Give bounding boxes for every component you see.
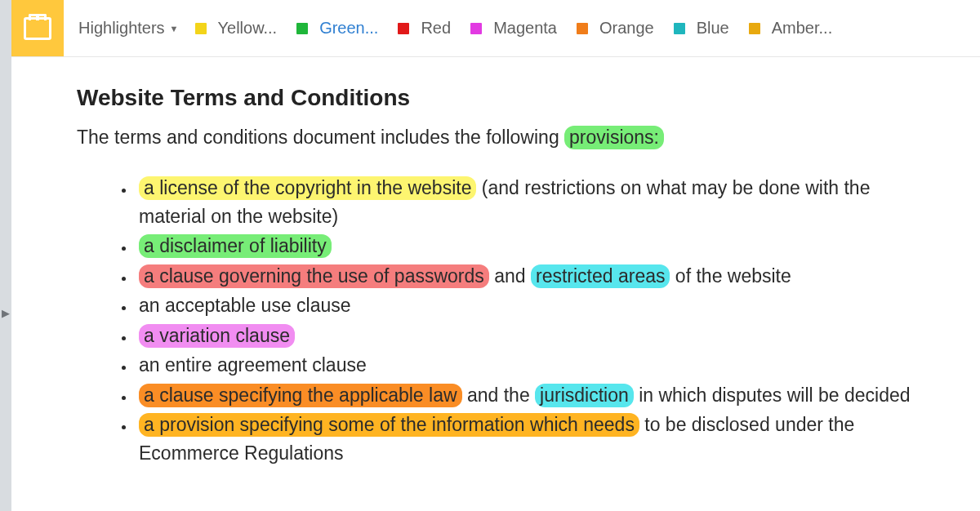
text-run: in which disputes will be decided [634, 384, 911, 406]
highlighters-group-label: Highlighters [78, 19, 165, 38]
list-item: a clause specifying the applicable law a… [136, 381, 939, 410]
highlighter-option[interactable]: Green... [287, 19, 388, 38]
list-item: a provision specifying some of the infor… [136, 411, 939, 467]
highlighted-text[interactable]: a disclaimer of liability [139, 234, 332, 258]
document-scroll-area[interactable]: Website Terms and Conditions The terms a… [11, 57, 980, 511]
color-swatch-icon [296, 23, 308, 34]
highlighter-option-label: Amber... [772, 19, 832, 38]
list-item: an acceptable use clause [136, 291, 939, 320]
highlighter-items: Yellow...Green...RedMagentaOrangeBlueAmb… [185, 19, 843, 38]
highlighter-option[interactable]: Magenta [461, 19, 567, 38]
color-swatch-icon [749, 23, 760, 34]
highlighters-group-dropdown[interactable]: Highlighters ▼ [78, 19, 185, 38]
lead-text: The terms and conditions document includ… [77, 127, 564, 148]
list-item: an entire agreement clause [136, 351, 939, 380]
highlighted-text[interactable]: restricted areas [531, 264, 670, 288]
text-run: and [489, 265, 531, 287]
color-swatch-icon [577, 23, 588, 34]
provisions-list: a license of the copyright in the websit… [77, 174, 939, 467]
highlighted-text[interactable]: a license of the copyright in the websit… [139, 176, 476, 200]
lead-paragraph: The terms and conditions document includ… [77, 124, 939, 151]
app-brand-button[interactable] [11, 0, 64, 56]
highlighter-option-label: Blue [697, 19, 729, 38]
color-swatch-icon [398, 23, 409, 34]
text-run: an acceptable use clause [139, 295, 351, 316]
highlighter-option[interactable]: Orange [567, 19, 664, 38]
app-root: ▶ Highlighters ▼ Yellow...Green...RedMag… [0, 0, 980, 511]
expand-panel-icon[interactable]: ▶ [2, 307, 10, 319]
main-column: Highlighters ▼ Yellow...Green...RedMagen… [11, 0, 980, 511]
highlighter-option-label: Magenta [493, 19, 557, 38]
list-item: a variation clause [136, 322, 939, 350]
highlighter-option-label: Orange [599, 19, 654, 38]
highlighter-controls: Highlighters ▼ Yellow...Green...RedMagen… [64, 0, 842, 56]
highlighted-text[interactable]: provisions: [564, 126, 664, 149]
document-body: Website Terms and Conditions The terms a… [11, 57, 980, 485]
highlighter-option[interactable]: Red [388, 19, 461, 38]
list-item: a disclaimer of liability [136, 232, 939, 260]
color-swatch-icon [674, 23, 685, 34]
highlighter-option[interactable]: Blue [664, 19, 739, 38]
collapsed-side-panel[interactable]: ▶ [0, 0, 11, 511]
highlighted-text[interactable]: a provision specifying some of the infor… [139, 413, 639, 437]
color-swatch-icon [470, 23, 482, 34]
highlighter-toolbar: Highlighters ▼ Yellow...Green...RedMagen… [11, 0, 980, 57]
brand-icon [24, 17, 51, 40]
page-title: Website Terms and Conditions [77, 85, 939, 111]
chevron-down-icon: ▼ [170, 24, 179, 33]
text-run: an entire agreement clause [139, 354, 367, 375]
highlighter-option-label: Red [421, 19, 451, 38]
text-run: of the website [670, 265, 791, 287]
highlighter-option-label: Green... [319, 19, 378, 38]
text-run: and the [462, 384, 536, 406]
list-item: a clause governing the use of passwords … [136, 262, 939, 291]
highlighted-text[interactable]: a variation clause [139, 324, 295, 348]
color-swatch-icon [195, 23, 207, 34]
highlighted-text[interactable]: jurisdiction [535, 384, 634, 407]
highlighter-option[interactable]: Amber... [739, 19, 842, 38]
highlighter-option-label: Yellow... [218, 19, 278, 38]
highlighted-text[interactable]: a clause governing the use of passwords [139, 264, 489, 288]
highlighted-text[interactable]: a clause specifying the applicable law [139, 384, 462, 407]
list-item: a license of the copyright in the websit… [136, 174, 939, 230]
highlighter-option[interactable]: Yellow... [185, 19, 287, 38]
